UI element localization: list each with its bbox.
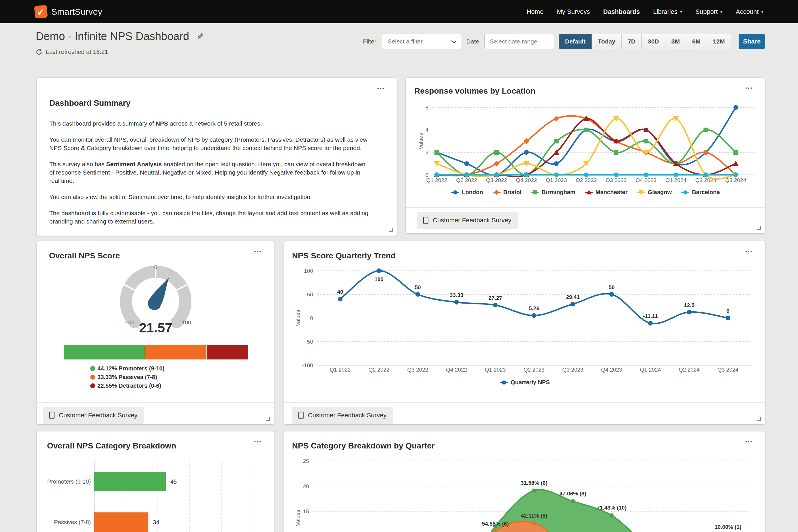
svg-text:4: 4 — [425, 127, 429, 133]
nav-item-account[interactable]: Account▾ — [736, 8, 763, 16]
summary-paragraph: This survey also has Sentiment Analysis … — [49, 160, 371, 185]
nav-item-libraries[interactable]: Libraries▾ — [653, 8, 682, 16]
svg-text:Q3 2023: Q3 2023 — [606, 177, 627, 183]
legend-item-birmingham[interactable]: Birmingham — [531, 189, 576, 195]
date-label: Date — [467, 38, 479, 45]
svg-text:34: 34 — [153, 519, 159, 525]
range-button-12m[interactable]: 12M — [707, 34, 731, 49]
legend-item-quarterly-nps[interactable]: Quarterly NPS — [500, 379, 550, 386]
resize-handle[interactable] — [757, 417, 761, 421]
document-icon — [298, 412, 304, 419]
svg-text:Q4 2023: Q4 2023 — [601, 367, 622, 373]
category-breakdown-chart[interactable]: Promoters (9-10)45Passives (7-8)34 — [37, 432, 274, 532]
svg-text:Q2 2023: Q2 2023 — [524, 367, 545, 373]
legend-item-manchester[interactable]: Manchester — [585, 189, 628, 195]
document-icon — [423, 216, 429, 224]
legend-item-promoters[interactable]: 44.12% Promoters (9-10) — [90, 365, 164, 372]
legend-item-detractors[interactable]: 22.55% Detractors (0-6) — [90, 382, 161, 389]
range-button-6m[interactable]: 6M — [686, 34, 707, 49]
nav-item-support[interactable]: Support▾ — [695, 8, 723, 16]
range-button-today[interactable]: Today — [592, 34, 621, 49]
survey-tag[interactable]: Customer Feedback Survey — [292, 407, 393, 424]
svg-text:-100: -100 — [123, 319, 134, 325]
response-volumes-chart[interactable]: 0246Q1 2022Q2 2022Q3 2022Q4 2022Q1 2023Q… — [406, 78, 765, 189]
nps-distribution-bar — [64, 345, 249, 359]
svg-text:Q3 2022: Q3 2022 — [486, 177, 507, 183]
range-button-30d[interactable]: 30D — [641, 34, 665, 49]
svg-text:Q1 2022: Q1 2022 — [330, 367, 351, 373]
svg-text:27.27: 27.27 — [488, 295, 502, 301]
date-range-input[interactable]: Select date range — [484, 34, 554, 49]
svg-text:50: 50 — [609, 284, 615, 290]
brand[interactable]: ✓ SmartSurvey — [35, 5, 102, 18]
svg-text:Q2 2024: Q2 2024 — [679, 367, 700, 373]
range-button-default[interactable]: Default — [559, 34, 592, 49]
nav-item-my-surveys[interactable]: My Surveys — [557, 8, 590, 16]
svg-text:50: 50 — [415, 284, 421, 290]
refresh-icon[interactable] — [36, 49, 42, 55]
svg-text:15: 15 — [303, 508, 309, 514]
svg-text:Passives (7-8): Passives (7-8) — [54, 519, 91, 525]
nps-bar-segment — [145, 345, 206, 359]
svg-text:Q2 2022: Q2 2022 — [368, 367, 389, 373]
legend-marker-icon — [492, 190, 501, 195]
breakdown-by-quarter-chart[interactable]: 152025Values31.58% (6)47.06% (8)71.43% (… — [284, 432, 765, 532]
resize-handle[interactable] — [757, 226, 761, 230]
nav-item-home[interactable]: Home — [527, 8, 544, 16]
legend-item-passives[interactable]: 33.33% Passives (7-8) — [90, 374, 157, 380]
svg-text:Q2 2023: Q2 2023 — [576, 177, 597, 183]
nav-item-dashboards[interactable]: Dashboards — [603, 8, 640, 16]
filter-select[interactable]: Select a filter — [382, 34, 462, 49]
quarterly-trend-chart[interactable]: -100-50050100Q1 2022Q2 2022Q3 2022Q4 202… — [284, 241, 765, 377]
svg-text:20: 20 — [303, 483, 309, 489]
svg-text:21.57: 21.57 — [139, 320, 172, 335]
legend-marker-icon — [451, 190, 459, 195]
top-nav: ✓ SmartSurvey HomeMy SurveysDashboardsLi… — [0, 0, 798, 23]
survey-tag[interactable]: Customer Feedback Survey — [43, 407, 144, 424]
dashboard-header: Demo - Infinite NPS Dashboard ✎ Last ref… — [36, 30, 204, 55]
legend-dot-icon — [90, 383, 95, 388]
filter-label: Filter — [363, 38, 377, 45]
resize-handle[interactable] — [389, 228, 393, 232]
svg-text:54.55% (6): 54.55% (6) — [482, 521, 509, 527]
svg-text:Q4 2022: Q4 2022 — [516, 177, 537, 183]
edit-title-icon[interactable]: ✎ — [197, 32, 204, 41]
share-button[interactable]: Share — [739, 34, 765, 49]
card-nps-quarterly-trend: NPS Score Quarterly Trend ••• -100-50050… — [284, 241, 765, 424]
svg-text:31.58% (6): 31.58% (6) — [521, 480, 547, 486]
range-button-group: DefaultToday7D30D3M6M12M — [559, 34, 731, 49]
svg-text:Q3 2022: Q3 2022 — [407, 367, 429, 373]
chevron-down-icon — [451, 38, 456, 43]
range-button-3m[interactable]: 3M — [665, 34, 686, 49]
svg-text:Q3 2024: Q3 2024 — [718, 367, 739, 373]
svg-text:0: 0 — [154, 264, 158, 270]
card-nps-category-breakdown: Overall NPS Category Breakdown ••• Promo… — [37, 432, 274, 532]
svg-text:Promoters (9-10): Promoters (9-10) — [47, 478, 91, 485]
legend-dot-icon — [90, 366, 95, 371]
legend-marker-icon — [585, 190, 593, 195]
legend-item-bristol[interactable]: Bristol — [492, 189, 522, 195]
svg-text:Q1 2023: Q1 2023 — [485, 367, 506, 373]
svg-text:2: 2 — [425, 150, 429, 155]
card-menu-icon[interactable]: ••• — [377, 86, 385, 92]
legend-marker-icon — [500, 380, 508, 385]
legend-item-barcelona[interactable]: Barcelona — [681, 189, 720, 195]
range-button-7d[interactable]: 7D — [621, 34, 642, 49]
svg-text:Q3 2023: Q3 2023 — [562, 367, 583, 373]
resize-handle[interactable] — [266, 417, 270, 421]
survey-tag[interactable]: Customer Feedback Survey — [417, 212, 518, 229]
svg-text:10.00% (1): 10.00% (1) — [715, 524, 742, 530]
nps-bar-segment — [207, 345, 248, 359]
svg-text:Q1 2024: Q1 2024 — [640, 367, 661, 373]
legend-item-glasgow[interactable]: Glasgow — [637, 189, 672, 195]
svg-text:100: 100 — [182, 319, 191, 325]
nps-gauge[interactable]: 0-10010021.57 — [37, 241, 274, 341]
legend-item-london[interactable]: London — [451, 189, 483, 195]
svg-text:0: 0 — [310, 315, 313, 321]
chart-legend: Quarterly NPS — [284, 379, 765, 386]
filter-controls: Filter Select a filter Date Select date … — [363, 34, 765, 49]
svg-text:Q1 2022: Q1 2022 — [427, 177, 448, 183]
legend-marker-icon — [637, 190, 646, 195]
svg-text:5.26: 5.26 — [529, 305, 539, 311]
svg-text:-50: -50 — [305, 339, 313, 345]
